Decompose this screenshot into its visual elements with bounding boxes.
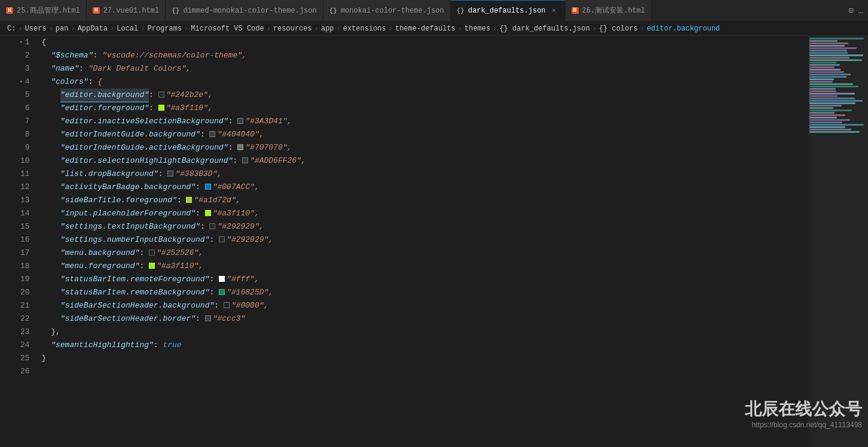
breadcrumb-sep-13: › [640, 25, 644, 33]
tab-tab6[interactable]: H26.测试安装.html [566, 0, 652, 21]
code-line-8: "editorIndentGuide.background": "#404040… [42, 128, 808, 141]
line-number-12: 12 [12, 181, 30, 194]
tab-tab5[interactable]: {}dark_defaults.json× [451, 0, 566, 21]
breadcrumb-part-4[interactable]: Local [117, 25, 138, 33]
breadcrumb-part-10[interactable]: theme-defaults [395, 25, 456, 33]
line-number-13: 13 [12, 194, 30, 207]
code-content[interactable]: { "$schema": "vscode://schemas/color-the… [39, 36, 808, 447]
breadcrumb-part-8[interactable]: app [321, 25, 334, 33]
json-value: "#3A3D41", [245, 115, 292, 128]
mini-line-26 [809, 100, 863, 102]
fold-arrow-4[interactable]: ▾ [17, 75, 23, 89]
mini-line-0 [809, 38, 864, 39]
line-number-3: 3 [12, 62, 30, 75]
breadcrumb-part-1[interactable]: Users [25, 25, 47, 33]
mini-line-3 [809, 45, 845, 47]
breadcrumb-part-0[interactable]: C: [7, 25, 16, 33]
color-swatch [209, 223, 215, 229]
json-key: "statusBarItem.remoteBackground" [60, 286, 210, 299]
breadcrumb-part-12[interactable]: {} dark_defaults.json [499, 25, 589, 33]
tab-icon-tab6: H [571, 7, 579, 14]
mini-line-23 [809, 93, 855, 95]
mini-line-4 [809, 47, 857, 49]
line-number-19: 19 [12, 273, 30, 286]
color-swatch [186, 197, 192, 203]
mini-line-39 [809, 131, 860, 133]
mini-line-11 [809, 64, 840, 66]
mini-line-5 [809, 50, 847, 51]
tab-tab1[interactable]: H25.商品管理.html [0, 0, 87, 21]
line-num-text-1: 1 [25, 36, 30, 49]
tab-tab4[interactable]: {}monokai-color-theme.json [323, 0, 451, 21]
tab-tab3[interactable]: {}dimmed-monokai-color-theme.json [166, 0, 323, 21]
json-key: "editor.foreground" [60, 102, 149, 115]
json-key: "name" [51, 62, 79, 75]
line-num-text-10: 10 [20, 154, 30, 168]
breadcrumb-sep-11: › [493, 25, 497, 33]
json-value: "#404040", [217, 128, 264, 141]
mini-line-28 [809, 105, 842, 107]
line-num-text-24: 24 [20, 339, 30, 352]
color-swatch [149, 263, 155, 269]
tab-icon-tab5: {} [457, 7, 464, 14]
json-value: "#a3f110", [213, 207, 259, 220]
json-value: "#252526", [157, 247, 203, 260]
line-number-4: ▾4 [12, 75, 30, 89]
tab-label-tab6: 26.测试安装.html [582, 5, 646, 16]
line-num-text-21: 21 [20, 299, 30, 312]
json-key: "semanticHighlighting" [51, 339, 154, 352]
breadcrumb-part-9[interactable]: extensions [343, 25, 386, 33]
line-number-18: 18 [12, 260, 30, 273]
mini-line-2 [809, 42, 848, 44]
json-value: "#292929", [217, 220, 264, 233]
line-num-text-5: 5 [25, 89, 30, 102]
line-number-22: 22 [12, 312, 30, 326]
line-num-text-19: 19 [20, 273, 30, 286]
json-value: "#0000", [231, 299, 268, 312]
code-line-13: "sideBarTitle.foreground": "#a1d72d", [42, 194, 808, 207]
minimap [808, 36, 868, 447]
color-swatch [205, 184, 211, 190]
json-key: "editorIndentGuide.activeBackground" [60, 141, 228, 154]
code-line-2: "$schema": "vscode://schemas/color-theme… [42, 49, 808, 62]
line-num-text-25: 25 [20, 352, 30, 365]
breadcrumb-part-11[interactable]: themes [464, 25, 490, 33]
line-num-text-26: 26 [20, 365, 30, 378]
mini-line-25 [809, 98, 855, 99]
color-swatch [237, 144, 243, 150]
code-line-14: "input.placeholderForeground": "#a3f110"… [42, 207, 808, 220]
breadcrumb-part-5[interactable]: Programs [147, 25, 182, 33]
line-number-7: 7 [12, 115, 30, 128]
tab-close-tab5[interactable]: × [549, 6, 559, 16]
mini-line-37 [809, 126, 845, 128]
line-num-text-13: 13 [20, 194, 30, 207]
json-value: "#16825D", [227, 286, 273, 299]
line-num-text-17: 17 [20, 247, 30, 260]
code-line-21: "sideBarSectionHeader.background": "#000… [42, 299, 808, 312]
mini-line-30 [809, 110, 852, 111]
split-editor-icon[interactable]: ⊡ [848, 5, 853, 16]
color-swatch [149, 250, 155, 256]
breadcrumb-part-13[interactable]: {} colors [599, 25, 638, 33]
tab-tab2[interactable]: H27.vue01.html [87, 0, 166, 21]
breadcrumb-part-7[interactable]: resources [273, 25, 312, 33]
breadcrumb-part-3[interactable]: AppData [78, 25, 108, 33]
json-key: "menu.background" [60, 247, 140, 260]
color-swatch [205, 315, 211, 321]
json-value: "#ccc3" [213, 312, 246, 326]
color-swatch [205, 210, 211, 216]
tab-icon-tab3: {} [172, 7, 179, 14]
json-key: "settings.textInputBackground" [60, 220, 200, 233]
mini-line-33 [809, 117, 837, 118]
breadcrumb-part-6[interactable]: Microsoft VS Code [191, 25, 264, 33]
breadcrumb-part-2[interactable]: pan [56, 25, 69, 33]
mini-line-31 [809, 112, 835, 114]
json-key: "editorIndentGuide.background" [60, 128, 200, 141]
json-key: "$schema" [51, 49, 93, 62]
json-value: "#fff", [227, 273, 259, 286]
line-number-23: 23 [12, 326, 30, 339]
more-actions-icon[interactable]: … [858, 6, 863, 16]
fold-arrow-1[interactable]: ▾ [17, 36, 23, 49]
json-value: "#383B3D", [175, 168, 222, 181]
code-line-12: "activityBarBadge.background": "#007ACC"… [42, 181, 808, 194]
